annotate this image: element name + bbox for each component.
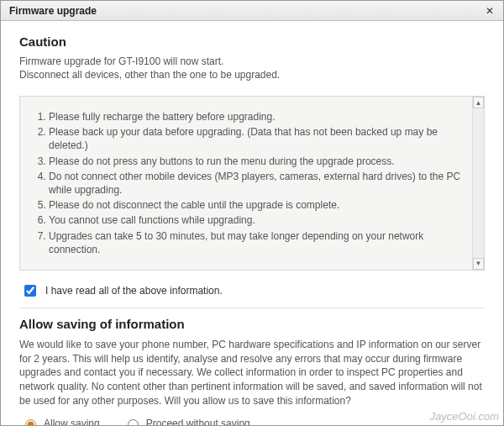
allow-section: Allow saving of information We would lik…: [19, 317, 485, 426]
confirm-label: I have read all of the above information…: [45, 285, 223, 297]
radio-proceed-input[interactable]: [128, 419, 139, 426]
caution-section: Caution Firmware upgrade for GT-I9100 wi…: [19, 34, 485, 81]
scroll-down-icon[interactable]: ▼: [473, 258, 484, 270]
caution-line: Firmware upgrade for GT-I9100 will now s…: [19, 55, 485, 67]
notice-list-box: Please fully recharge the battery before…: [19, 96, 485, 271]
notice-item: You cannot use call functions while upgr…: [49, 213, 464, 227]
dialog-content: Caution Firmware upgrade for GT-I9100 wi…: [1, 21, 503, 426]
allow-heading: Allow saving of information: [19, 317, 485, 331]
notice-item: Please do not press any buttons to run t…: [49, 155, 464, 168]
notice-item: Do not connect other mobile devices (MP3…: [49, 170, 464, 197]
notice-item: Upgrades can take 5 to 30 minutes, but m…: [49, 229, 464, 256]
window-title: Firmware upgrade: [9, 5, 481, 17]
confirm-checkbox[interactable]: [24, 285, 36, 297]
radio-proceed-without[interactable]: Proceed without saving: [123, 417, 250, 426]
caution-line: Disconnect all devices, other than the o…: [19, 69, 485, 81]
close-icon[interactable]: ✕: [481, 4, 498, 18]
radio-allow-saving[interactable]: Allow saving: [21, 417, 100, 426]
allow-radio-group: Allow saving Proceed without saving: [21, 417, 485, 426]
caution-heading: Caution: [19, 34, 485, 49]
notice-item: Please back up your data before upgradin…: [49, 125, 464, 152]
radio-allow-label: Allow saving: [44, 418, 100, 426]
titlebar: Firmware upgrade ✕: [1, 1, 503, 21]
scrollbar[interactable]: ▲ ▼: [472, 97, 484, 270]
radio-allow-input[interactable]: [25, 419, 36, 426]
scroll-up-icon[interactable]: ▲: [473, 97, 484, 108]
separator: [19, 308, 485, 308]
notice-item: Please do not disconnect the cable until…: [49, 198, 464, 212]
radio-proceed-label: Proceed without saving: [146, 418, 250, 426]
confirm-row: I have read all of the above information…: [21, 282, 485, 299]
notice-list: Please fully recharge the battery before…: [35, 110, 464, 256]
allow-body: We would like to save your phone number,…: [19, 338, 485, 408]
notice-item: Please fully recharge the battery before…: [49, 110, 464, 124]
scroll-track[interactable]: [473, 108, 484, 258]
